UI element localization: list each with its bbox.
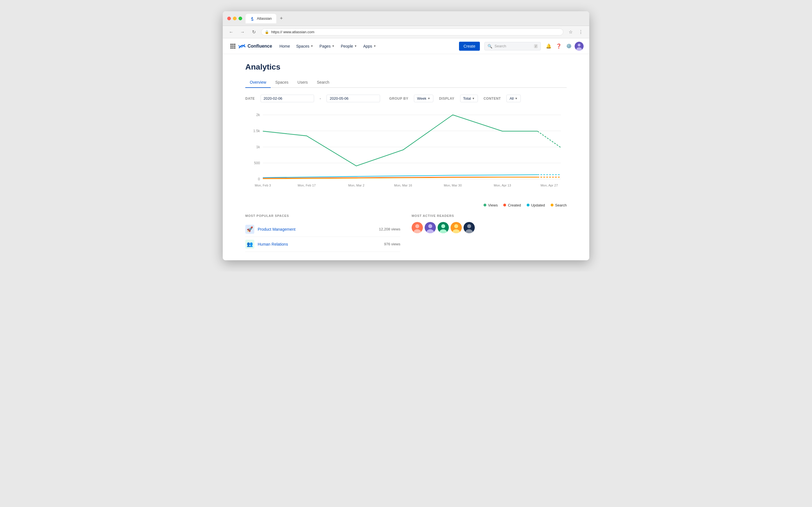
confluence-navbar: Confluence Home Spaces ▼ Pages ▼ People … — [223, 38, 589, 54]
traffic-lights — [227, 17, 242, 20]
people-chevron: ▼ — [354, 45, 357, 48]
svg-text:1k: 1k — [256, 145, 260, 149]
new-tab-button[interactable]: + — [277, 15, 285, 22]
group-by-label: GROUP BY — [389, 97, 408, 101]
svg-text:1.5k: 1.5k — [253, 129, 260, 133]
browser-actions: ☆ ⋮ — [567, 28, 585, 36]
address-bar-container: ← → ↻ 🔒 https:// www.atlassian.com ☆ ⋮ — [223, 26, 589, 38]
legend-updated: Updated — [527, 203, 545, 207]
svg-rect-0 — [231, 44, 232, 45]
date-label: DATE — [245, 97, 255, 101]
content-select[interactable]: All ▼ — [506, 95, 520, 102]
browser-tab[interactable]: Atlassian — [246, 14, 276, 23]
maximize-button[interactable] — [239, 17, 242, 20]
url-text: https:// www.atlassian.com — [271, 30, 314, 34]
svg-point-47 — [454, 224, 458, 228]
svg-text:Mon, Feb 3: Mon, Feb 3 — [255, 184, 271, 187]
confluence-logo[interactable]: Confluence — [239, 43, 272, 50]
pages-chevron: ▼ — [332, 45, 335, 48]
svg-text:Mon, Apr 27: Mon, Apr 27 — [541, 184, 558, 187]
space-name-hr[interactable]: Human Relations — [258, 242, 380, 246]
reader-avatar-5[interactable] — [463, 222, 475, 233]
filter-bar: DATE - GROUP BY Week ▼ DISPLAY Total ▼ C… — [245, 95, 567, 102]
nav-people[interactable]: People ▼ — [338, 42, 360, 50]
group-by-chevron: ▼ — [427, 97, 430, 100]
apps-chevron: ▼ — [373, 45, 376, 48]
confluence-logo-text: Confluence — [248, 44, 272, 49]
space-views-hr: 976 views — [384, 242, 400, 246]
nav-home[interactable]: Home — [276, 42, 293, 50]
confluence-logo-icon — [239, 43, 245, 50]
tab-search[interactable]: Search — [312, 77, 334, 88]
tab-overview[interactable]: Overview — [245, 77, 271, 88]
tab-spaces[interactable]: Spaces — [271, 77, 293, 88]
more-button[interactable]: ⋮ — [577, 28, 585, 36]
svg-text:Mon, Mar 30: Mon, Mar 30 — [444, 184, 462, 187]
back-button[interactable]: ← — [227, 28, 235, 36]
reader-avatar-3[interactable] — [438, 222, 449, 233]
nav-pages[interactable]: Pages ▼ — [317, 42, 338, 50]
settings-button[interactable]: ⚙️ — [564, 42, 573, 51]
browser-titlebar: Atlassian + — [223, 11, 589, 26]
display-select[interactable]: Total ▼ — [460, 95, 478, 102]
reader-avatar-2[interactable] — [424, 222, 436, 233]
updated-dot — [527, 204, 529, 207]
chart-legend: Views Created Updated Search — [245, 203, 567, 207]
views-dot — [484, 204, 486, 207]
legend-views-label: Views — [488, 203, 498, 207]
search-icon: 🔍 — [488, 44, 492, 48]
display-chevron: ▼ — [472, 97, 475, 100]
reader-avatar-1[interactable] — [412, 222, 423, 233]
svg-text:Mon, Mar 2: Mon, Mar 2 — [348, 184, 364, 187]
svg-point-50 — [467, 224, 471, 228]
date-from-input[interactable] — [260, 95, 314, 102]
help-button[interactable]: ❓ — [554, 42, 563, 51]
apps-grid-icon[interactable] — [229, 42, 238, 51]
atlassian-tab-icon — [250, 16, 255, 21]
address-bar[interactable]: 🔒 https:// www.atlassian.com — [261, 29, 563, 36]
space-name-pm[interactable]: Product Management — [258, 227, 375, 231]
svg-point-38 — [415, 224, 419, 228]
create-button[interactable]: Create — [459, 42, 480, 51]
tab-users[interactable]: Users — [293, 77, 312, 88]
analytics-chart: 2k 1.5k 1k 500 0 — [245, 109, 567, 196]
created-dot — [503, 204, 506, 207]
space-icon-hr: 👥 — [245, 240, 254, 249]
notifications-button[interactable]: 🔔 — [544, 42, 553, 51]
browser-window: Atlassian + ← → ↻ 🔒 https:// www.atlassi… — [223, 11, 589, 260]
content-label: CONTENT — [484, 97, 501, 101]
popular-spaces-title: MOST POPULAR SPACES — [245, 214, 400, 217]
analytics-tabs: Overview Spaces Users Search — [245, 77, 567, 88]
active-readers-title: MOST ACTIVE READERS — [412, 214, 567, 217]
search-dot — [551, 204, 553, 207]
minimize-button[interactable] — [233, 17, 237, 20]
nav-menu: Home Spaces ▼ Pages ▼ People ▼ Apps ▼ — [276, 42, 458, 50]
svg-text:0: 0 — [258, 177, 260, 181]
display-label: DISPLAY — [439, 97, 454, 101]
bookmark-button[interactable]: ☆ — [567, 28, 574, 36]
popular-spaces-section: MOST POPULAR SPACES 🚀 Product Management… — [245, 214, 400, 252]
svg-text:500: 500 — [254, 161, 260, 165]
date-to-input[interactable] — [326, 95, 380, 102]
svg-text:Mon, Mar 16: Mon, Mar 16 — [394, 184, 412, 187]
user-avatar[interactable] — [574, 42, 583, 51]
svg-rect-8 — [234, 47, 236, 49]
space-row: 🚀 Product Management 12,208 views — [245, 222, 400, 237]
svg-rect-7 — [232, 47, 234, 49]
reader-avatar-4[interactable] — [451, 222, 462, 233]
nav-spaces[interactable]: Spaces ▼ — [293, 42, 316, 50]
close-button[interactable] — [227, 17, 231, 20]
legend-created: Created — [503, 203, 521, 207]
svg-point-10 — [578, 44, 580, 47]
nav-apps[interactable]: Apps ▼ — [360, 42, 379, 50]
bottom-sections: MOST POPULAR SPACES 🚀 Product Management… — [245, 214, 567, 252]
svg-text:👥: 👥 — [247, 241, 253, 247]
svg-text:Mon, Apr 13: Mon, Apr 13 — [494, 184, 511, 187]
app-content: Confluence Home Spaces ▼ Pages ▼ People … — [223, 38, 589, 260]
nav-search[interactable]: 🔍 Search / — [485, 42, 541, 50]
group-by-select[interactable]: Week ▼ — [414, 95, 434, 102]
forward-button[interactable]: → — [239, 28, 246, 36]
nav-icons: 🔔 ❓ ⚙️ — [544, 42, 583, 51]
space-icon-pm: 🚀 — [245, 225, 254, 234]
reload-button[interactable]: ↻ — [250, 28, 258, 36]
